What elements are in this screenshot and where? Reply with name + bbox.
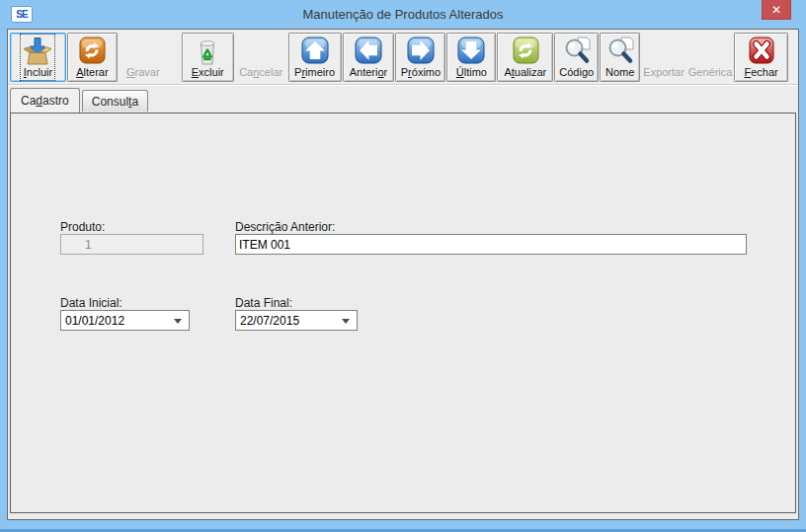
titlebar: SE Manutenção de Produtos Alterados ✕ (7, 0, 799, 29)
data-inicial-label: Data Inicial: (60, 296, 122, 310)
toolbar-button-label: Excluir (192, 66, 224, 79)
tab-consulta[interactable]: Consulta (82, 90, 148, 112)
descricao-anterior-label: Descrição Anterior: (235, 220, 335, 234)
blank-icon (127, 36, 159, 66)
toolbar-button-generica: Genérica (687, 33, 733, 82)
toolbar-button-label: Anterior (350, 66, 388, 79)
toolbar-button-cancelar: Cancelar (235, 33, 287, 82)
box-in-icon (22, 36, 53, 66)
descricao-anterior-input[interactable] (235, 234, 747, 255)
window-title: Manutenção de Produtos Alterados (7, 7, 799, 22)
toolbar-button-codigo[interactable]: Código (554, 33, 599, 82)
client-area: IncluirAlterarGravarExcluirCancelarPrime… (7, 29, 799, 520)
chevron-down-icon[interactable] (174, 319, 182, 324)
toolbar-button-nome[interactable]: Nome (600, 33, 640, 82)
app-window: SE Manutenção de Produtos Alterados ✕ In… (0, 0, 806, 532)
toolbar-button-label: Gravar (126, 66, 160, 79)
toolbar-button-label: Atualizar (504, 66, 546, 79)
toolbar-button-label: Fechar (744, 66, 777, 79)
toolbar-button-label: Nome (605, 66, 634, 79)
blank-icon (694, 36, 726, 66)
arrow-right-blue-icon (405, 36, 437, 66)
tab-cadastro[interactable]: Cadastro (10, 88, 80, 113)
refresh-green-icon (510, 36, 541, 66)
close-icon: ✕ (771, 3, 781, 17)
toolbar-button-ultimo[interactable]: Último (446, 33, 496, 82)
refresh-orange-icon (76, 36, 108, 66)
toolbar-button-atualizar[interactable]: Atualizar (497, 33, 553, 82)
toolbar-button-label: Genérica (688, 66, 733, 79)
toolbar-button-label: Incluir (24, 66, 52, 79)
toolbar-button-label: Próximo (401, 66, 441, 79)
toolbar-button-alterar[interactable]: Alterar (67, 33, 118, 82)
toolbar-button-label: Último (456, 66, 487, 79)
toolbar-button-exportar: Exportar (641, 33, 686, 82)
toolbar-button-primeiro[interactable]: Primeiro (288, 33, 342, 82)
data-inicial-combobox[interactable]: 01/01/2012 (60, 310, 190, 331)
magnifier-icon (561, 36, 593, 66)
toolbar-button-label: Exportar (643, 66, 685, 79)
tab-page-cadastro: Produto: Descrição Anterior: Data Inicia… (10, 113, 796, 513)
window-close-button[interactable]: ✕ (762, 0, 791, 20)
produto-label: Produto: (60, 220, 105, 234)
data-final-value: 22/07/2015 (240, 314, 299, 328)
toolbar-button-label: Código (559, 66, 594, 79)
toolbar-button-label: Cancelar (239, 66, 282, 79)
toolbar-button-anterior[interactable]: Anterior (343, 33, 395, 82)
toolbar-button-label: Primeiro (294, 66, 335, 79)
toolbar: IncluirAlterarGravarExcluirCancelarPrime… (8, 30, 798, 85)
blank-icon (245, 36, 277, 66)
produto-input (60, 234, 203, 255)
chevron-down-icon[interactable] (342, 319, 350, 324)
toolbar-button-excluir[interactable]: Excluir (182, 33, 234, 82)
tab-bar: CadastroConsulta (8, 85, 798, 112)
arrow-up-blue-icon (299, 36, 331, 66)
arrow-down-blue-icon (455, 36, 487, 66)
toolbar-button-label: Alterar (76, 66, 108, 79)
data-inicial-value: 01/01/2012 (65, 314, 124, 328)
arrow-left-blue-icon (353, 36, 384, 66)
toolbar-button-incluir[interactable]: Incluir (10, 33, 66, 82)
data-final-combobox[interactable]: 22/07/2015 (235, 310, 358, 331)
toolbar-button-proximo[interactable]: Próximo (395, 33, 445, 82)
toolbar-button-fechar[interactable]: Fechar (734, 33, 788, 82)
trash-recycle-icon (192, 36, 223, 66)
magnifier-icon (604, 36, 636, 66)
toolbar-button-gravar: Gravar (119, 33, 168, 82)
blank-icon (648, 36, 680, 66)
data-final-label: Data Final: (235, 296, 292, 310)
close-red-icon (746, 36, 777, 66)
